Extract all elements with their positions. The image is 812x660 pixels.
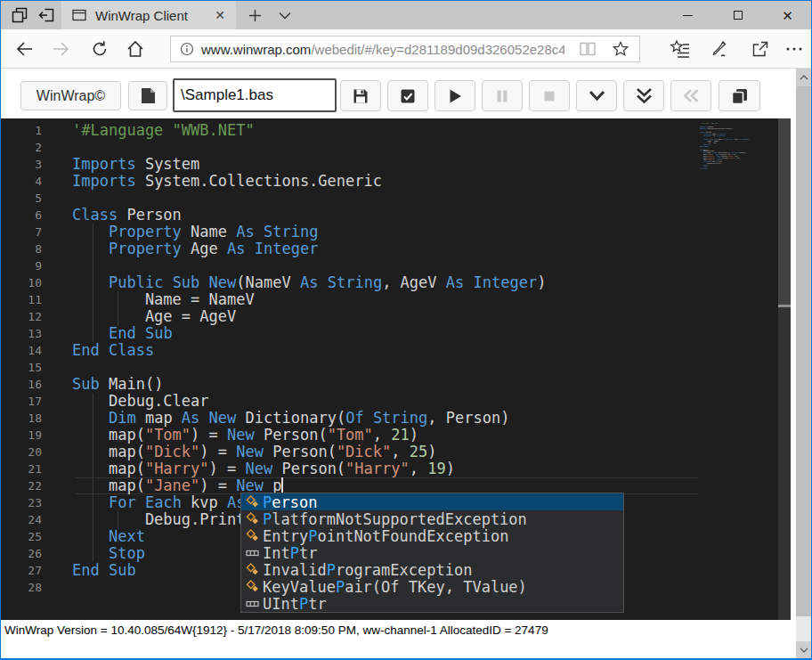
line-number: 9 xyxy=(1,257,42,274)
minimap[interactable]: '#Language "WWB.NET"Imports SystemImport… xyxy=(698,118,778,620)
line-number: 11 xyxy=(1,291,42,308)
more-actions-button[interactable] xyxy=(781,33,808,65)
web-note-button[interactable] xyxy=(703,33,737,65)
line-number: 17 xyxy=(1,393,42,410)
tab-title: WinWrap Client xyxy=(95,8,188,23)
suggest-item[interactable]: UIntPtr xyxy=(241,595,623,612)
step-over-button[interactable] xyxy=(623,80,664,111)
step-out-button[interactable] xyxy=(670,80,711,111)
add-favorite-button[interactable] xyxy=(613,37,629,61)
close-button[interactable]: ✕ xyxy=(767,1,808,29)
forward-button[interactable] xyxy=(44,33,77,65)
code-line-18[interactable]: Dim map As New Dictionary(Of String, Per… xyxy=(72,410,509,427)
code-line-17[interactable]: Debug.Clear xyxy=(72,393,209,410)
url-path: /webedit/#/key=d281189d09d326052e28c4a22… xyxy=(311,42,564,57)
struct-symbol-icon xyxy=(245,597,260,611)
double-chevron-down-icon xyxy=(636,87,653,104)
suggest-item[interactable]: IntPtr xyxy=(241,544,623,561)
code-line-16[interactable]: Sub Main() xyxy=(72,376,163,393)
check-syntax-button[interactable] xyxy=(387,80,428,111)
intellisense-popup: Person PlatformNotSupportedException Ent… xyxy=(240,493,624,613)
tab-preview-button[interactable] xyxy=(6,1,33,29)
indent-guide xyxy=(118,308,118,325)
indent-guide xyxy=(93,308,93,325)
url-text[interactable]: www.winwrap.com/webedit/#/key=d281189d09… xyxy=(201,42,564,57)
minimize-button[interactable] xyxy=(668,1,708,29)
indent-guide xyxy=(93,325,93,342)
suggest-item[interactable]: InvalidProgramException xyxy=(241,561,623,578)
run-button[interactable] xyxy=(434,80,475,111)
indent-guide xyxy=(93,427,93,444)
code-editor[interactable]: 1234567891011121314151617181920212223242… xyxy=(1,118,791,620)
scroll-down-button[interactable] xyxy=(796,641,811,659)
code-line-13[interactable]: End Sub xyxy=(72,325,173,342)
suggest-item[interactable]: PlatformNotSupportedException xyxy=(241,510,623,527)
code-line-8[interactable]: Property Age As Integer xyxy=(72,240,318,257)
new-tab-button[interactable] xyxy=(241,1,268,29)
line-number: 24 xyxy=(1,511,42,528)
app-toolbar: WinWrap© xyxy=(1,69,797,119)
tab-close-icon[interactable]: ✕ xyxy=(215,1,225,29)
pause-icon xyxy=(494,88,510,104)
reading-view-button[interactable] xyxy=(579,37,597,61)
code-line-12[interactable]: Age = AgeV xyxy=(72,308,236,325)
suggest-item[interactable]: EntryPointNotFoundException xyxy=(241,527,623,544)
browser-tab[interactable]: WinWrap Client ✕ xyxy=(61,1,236,29)
stop-button[interactable] xyxy=(529,80,570,111)
tab-list-button[interactable] xyxy=(272,1,298,29)
editor-scrollbar-thumb[interactable] xyxy=(778,118,791,305)
back-button[interactable] xyxy=(8,33,42,65)
refresh-button[interactable] xyxy=(83,33,117,65)
code-line-11[interactable]: Name = NameV xyxy=(72,291,255,308)
suggest-item[interactable]: KeyValuePair(Of TKey, TValue) xyxy=(241,578,623,595)
save-button[interactable] xyxy=(340,80,381,111)
filename-input[interactable] xyxy=(173,78,337,112)
code-line-27[interactable]: End Sub xyxy=(72,562,136,579)
scroll-up-button[interactable] xyxy=(796,69,811,86)
code-line-14[interactable]: End Class xyxy=(72,342,154,359)
home-button[interactable] xyxy=(118,33,152,65)
code-line-26[interactable]: Stop xyxy=(72,545,145,562)
code-line-1: '#Language "WWB.NET" xyxy=(700,122,719,124)
code-line-1[interactable]: '#Language "WWB.NET" xyxy=(72,122,255,139)
indent-guide xyxy=(118,291,118,308)
address-bar[interactable]: www.winwrap.com/webedit/#/key=d281189d09… xyxy=(170,36,640,62)
hub-button[interactable] xyxy=(663,33,697,65)
code-line-7[interactable]: Property Name As String xyxy=(72,224,318,240)
stop-icon xyxy=(541,88,557,104)
page-scrollbar[interactable] xyxy=(796,69,811,659)
code-line-19[interactable]: map("Tom") = New Person("Tom", 21) xyxy=(72,427,418,444)
editor-scrollbar[interactable] xyxy=(778,118,791,620)
code-line-20[interactable]: map("Dick") = New Person("Dick", 25) xyxy=(72,444,437,460)
code-line-8: Property Age As Integer xyxy=(700,134,726,136)
maximize-button[interactable] xyxy=(718,1,758,29)
copy-button[interactable] xyxy=(719,80,760,111)
line-number: 3 xyxy=(1,156,42,173)
line-number: 16 xyxy=(1,376,42,393)
chevron-down-icon xyxy=(800,648,808,653)
set-tabs-aside-icon xyxy=(37,6,55,24)
code-line-4[interactable]: Imports System.Collections.Generic xyxy=(72,173,382,190)
suggest-item[interactable]: Person xyxy=(241,493,623,510)
chevron-up-icon xyxy=(800,75,808,80)
home-icon xyxy=(126,39,145,59)
set-tabs-aside-button[interactable] xyxy=(33,1,60,29)
share-button[interactable] xyxy=(743,33,777,65)
code-line-25[interactable]: Next xyxy=(72,528,145,545)
step-button[interactable] xyxy=(576,80,617,111)
code-line-10[interactable]: Public Sub New(NameV As String, AgeV As … xyxy=(72,274,546,291)
line-number: 27 xyxy=(1,562,42,579)
winwrap-brand-button[interactable]: WinWrap© xyxy=(20,81,121,110)
indent-guide xyxy=(93,511,93,528)
code-line-6[interactable]: Class Person xyxy=(72,207,182,224)
code-line-3[interactable]: Imports System xyxy=(72,156,199,173)
page-scrollbar-thumb[interactable] xyxy=(796,86,811,616)
ellipsis-icon xyxy=(785,46,803,52)
pen-icon xyxy=(710,39,730,59)
new-file-button[interactable] xyxy=(128,81,167,110)
editor-scrollbar-marker xyxy=(778,305,791,307)
pause-button[interactable] xyxy=(482,80,523,111)
code-line-21[interactable]: map("Harry") = New Person("Harry", 19) xyxy=(72,460,455,477)
indent-guide xyxy=(93,460,93,477)
line-number: 18 xyxy=(1,410,42,427)
